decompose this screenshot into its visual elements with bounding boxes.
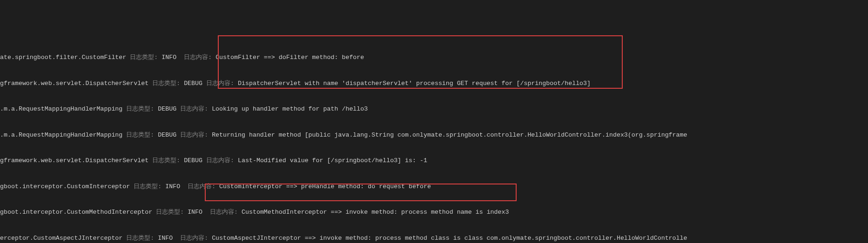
log-level: DEBUG	[158, 131, 176, 138]
log-type-label: 日志类型:	[156, 209, 184, 216]
log-line: gframework.web.servlet.DispatcherServlet…	[0, 157, 868, 165]
log-output-panel: ate.springboot.filter.CustomFilter 日志类型:…	[0, 34, 868, 243]
log-type-label: 日志类型:	[126, 105, 154, 112]
log-content-label: 日志内容:	[206, 80, 234, 87]
log-message: CustomAspectJInterceptor ==> invoke meth…	[212, 235, 687, 242]
log-level: DEBUG	[184, 157, 202, 164]
log-content-label: 日志内容:	[206, 157, 234, 164]
log-content-label: 日志内容:	[180, 105, 208, 112]
logger-name: gframework.web.servlet.DispatcherServlet	[0, 157, 148, 164]
log-level: INFO	[165, 183, 184, 190]
log-level: DEBUG	[184, 80, 202, 87]
logger-name: .m.a.RequestMappingHandlerMapping	[0, 131, 122, 138]
log-content-label: 日志内容:	[184, 54, 212, 61]
log-type-label: 日志类型:	[152, 80, 180, 87]
log-type-label: 日志类型:	[126, 131, 154, 138]
log-content-label: 日志内容:	[180, 235, 208, 242]
log-line: erceptor.CustomAspectJInterceptor 日志类型: …	[0, 234, 868, 243]
log-content-label: 日志内容:	[180, 131, 208, 138]
logger-name: gboot.interceptor.CustomInterceptor	[0, 183, 130, 190]
log-level: INFO	[188, 209, 206, 216]
log-type-label: 日志类型:	[126, 235, 154, 242]
log-message: CustomInterceptor ==> preHandle method: …	[219, 183, 431, 190]
logger-name: erceptor.CustomAspectJInterceptor	[0, 235, 122, 242]
log-message: CustomMethodInterceptor ==> invoke metho…	[242, 209, 509, 216]
log-content-label: 日志内容:	[210, 209, 238, 216]
logger-name: .m.a.RequestMappingHandlerMapping	[0, 105, 122, 112]
log-message: Returning handler method [public java.la…	[212, 131, 687, 138]
log-level: INFO	[161, 54, 180, 61]
log-level: DEBUG	[158, 105, 176, 112]
logger-name: gboot.interceptor.CustomMethodIntercepto…	[0, 209, 152, 216]
logger-name: ate.springboot.filter.CustomFilter	[0, 54, 126, 61]
log-message: DispatcherServlet with name 'dispatcherS…	[238, 80, 591, 87]
log-line: gboot.interceptor.CustomMethodIntercepto…	[0, 208, 868, 217]
log-line: .m.a.RequestMappingHandlerMapping 日志类型: …	[0, 105, 868, 114]
log-line: .m.a.RequestMappingHandlerMapping 日志类型: …	[0, 131, 868, 140]
log-line: gframework.web.servlet.DispatcherServlet…	[0, 79, 868, 88]
log-message: Last-Modified value for [/springboot/hel…	[238, 157, 427, 164]
log-message: Looking up handler method for path /hell…	[212, 105, 368, 112]
log-message: CustomFilter ==> doFilter method: before	[215, 54, 364, 61]
log-line: gboot.interceptor.CustomInterceptor 日志类型…	[0, 183, 868, 191]
log-type-label: 日志类型:	[134, 183, 161, 190]
logger-name: gframework.web.servlet.DispatcherServlet	[0, 80, 148, 87]
log-type-label: 日志类型:	[152, 157, 180, 164]
log-level: INFO	[158, 235, 176, 242]
log-line: ate.springboot.filter.CustomFilter 日志类型:…	[0, 53, 868, 62]
log-type-label: 日志类型:	[130, 54, 158, 61]
log-content-label: 日志内容:	[188, 183, 215, 190]
